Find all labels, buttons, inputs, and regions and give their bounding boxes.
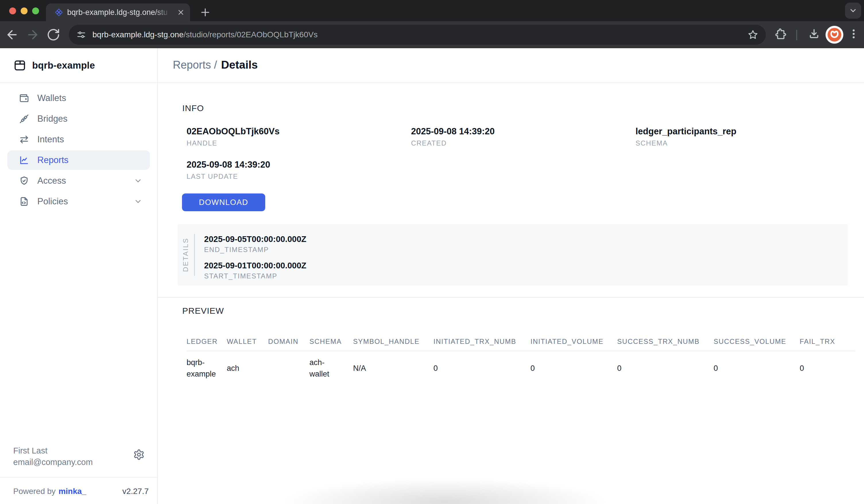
gear-icon[interactable] [133,449,145,460]
user-name: First Last [13,445,146,456]
arrows-left-right-icon [19,134,29,145]
workspace-name: bqrb-example [32,60,95,71]
chevron-down-icon [134,197,142,206]
column-header: SUCCESS_TRX_NUMB [617,332,713,351]
chevron-down-icon [134,177,142,185]
workspace-header[interactable]: bqrb-example [0,48,157,82]
details-field-end-timestamp: 2025-09-05T00:00:00.000Z END_TIMESTAMP [204,234,306,254]
sidebar-footer-divider [0,477,157,478]
sidebar-item-reports[interactable]: Reports [8,151,150,170]
file-code-icon [19,196,29,207]
details-field-start-timestamp: 2025-09-01T00:00:00.000Z START_TIMESTAMP [204,260,306,280]
sidebar-item-bridges[interactable]: Bridges [8,109,150,129]
tab-title: bqrb-example.ldg-stg.one/stu [67,8,174,17]
section-divider [158,297,864,298]
column-header: WALLET [227,332,268,351]
main-panel: Reports / Details INFO 02EAObOQLbTjk60Vs… [158,48,864,504]
close-window-button[interactable] [9,8,16,14]
traffic-lights [9,8,39,14]
browser-tab[interactable]: bqrb-example.ldg-stg.one/stu [46,3,190,21]
browser-menu-icon[interactable] [847,27,860,40]
cell-fail-trx: 0 [800,351,855,385]
extensions-icon[interactable] [775,27,787,40]
info-grid: 02EAObOQLbTjk60Vs HANDLE 2025-09-08 14:3… [187,126,860,181]
sidebar-footer: Powered by minka_ v2.27.7 [13,487,149,496]
sidebar-item-label: Policies [37,196,68,207]
details-fields: 2025-09-05T00:00:00.000Z END_TIMESTAMP 2… [204,234,306,276]
cell-success-volume: 0 [713,351,800,385]
preview-table: LEDGER WALLET DOMAIN SCHEMA SYMBOL_HANDL… [187,332,855,385]
sidebar-item-access[interactable]: Access [8,171,150,191]
sidebar-item-policies[interactable]: Policies [8,192,150,211]
cell-schema: ach-wallet [310,351,353,385]
avatar-logo-icon [827,27,842,42]
tab-strip: bqrb-example.ldg-stg.one/stu [0,0,864,21]
profile-avatar[interactable] [826,26,843,44]
sidebar-item-label: Access [37,176,66,186]
info-field-schema: ledger_participants_rep SCHEMA [636,126,860,147]
brand-link[interactable]: minka_ [59,487,86,496]
field-value: 2025-09-05T00:00:00.000Z [204,234,306,244]
shield-check-icon [19,176,29,186]
downloads-icon[interactable] [808,27,820,40]
table-row: bqrb-example ach ach-wallet N/A 0 0 0 0 … [187,351,855,385]
sidebar-item-label: Reports [37,155,69,165]
info-field-created: 2025-09-08 14:39:20 CREATED [411,126,636,147]
sidebar-item-label: Wallets [37,93,66,103]
sidebar-nav: Wallets Bridges Intents Reports Access [8,88,150,211]
field-label: SCHEMA [636,139,860,147]
column-header: FAIL_TRX [800,332,855,351]
cell-wallet: ach [227,351,268,385]
cell-success-trx-numb: 0 [617,351,713,385]
url-domain: bqrb-example.ldg-stg.one [93,30,184,39]
column-header: SCHEMA [310,332,353,351]
field-value: 2025-09-01T00:00:00.000Z [204,260,306,271]
browser-toolbar: bqrb-example.ldg-stg.one/studio/reports/… [0,21,864,48]
sidebar-item-label: Bridges [37,114,68,124]
details-panel: DETAILS 2025-09-05T00:00:00.000Z END_TIM… [177,224,848,286]
sidebar-item-wallets[interactable]: Wallets [8,88,150,108]
breadcrumb-reports-link[interactable]: Reports / [173,59,217,71]
app-content: bqrb-example Wallets Bridges Intents R [0,48,864,504]
info-field-last-update: 2025-09-08 14:39:20 LAST UPDATE [187,159,411,181]
toolbar-divider [796,30,797,40]
reload-button[interactable] [47,28,60,41]
page-title: Details [221,59,258,71]
site-settings-icon[interactable] [76,30,86,40]
sidebar: bqrb-example Wallets Bridges Intents R [0,48,158,504]
url-path: /studio/reports/02EAObOQLbTjk60Vs [184,30,318,39]
chart-line-icon [19,155,29,165]
chevron-down-icon [849,6,857,15]
zoom-window-button[interactable] [32,8,39,14]
column-header: SYMBOL_HANDLE [353,332,433,351]
bookmark-star-icon[interactable] [747,29,758,40]
header-divider [0,82,864,83]
field-label: START_TIMESTAMP [204,272,306,280]
cell-ledger: bqrb-example [187,351,227,385]
url-bar[interactable]: bqrb-example.ldg-stg.one/studio/reports/… [69,25,766,45]
field-label: LAST UPDATE [187,172,411,181]
wallet-icon [19,93,29,103]
new-tab-button[interactable] [199,6,211,19]
field-label: HANDLE [187,139,411,147]
column-header: INITIATED_VOLUME [530,332,617,351]
table-header-row: LEDGER WALLET DOMAIN SCHEMA SYMBOL_HANDL… [187,332,855,351]
sidebar-item-intents[interactable]: Intents [8,130,150,149]
tab-close-icon[interactable] [177,8,185,16]
forward-button[interactable] [26,28,40,41]
plug-icon [19,114,29,124]
minimize-window-button[interactable] [21,8,27,14]
tab-search-button[interactable] [845,3,861,19]
details-divider [194,234,195,276]
column-header: SUCCESS_VOLUME [713,332,800,351]
cell-domain [268,351,310,385]
url-text: bqrb-example.ldg-stg.one/studio/reports/… [93,30,317,39]
site-favicon-icon [55,8,63,17]
field-value: 02EAObOQLbTjk60Vs [187,126,411,137]
back-button[interactable] [5,28,19,41]
column-header: LEDGER [187,332,227,351]
info-field-handle: 02EAObOQLbTjk60Vs HANDLE [187,126,411,147]
field-value: ledger_participants_rep [636,126,860,137]
cell-initiated-trx-numb: 0 [433,351,530,385]
download-button[interactable]: DOWNLOAD [182,193,265,211]
